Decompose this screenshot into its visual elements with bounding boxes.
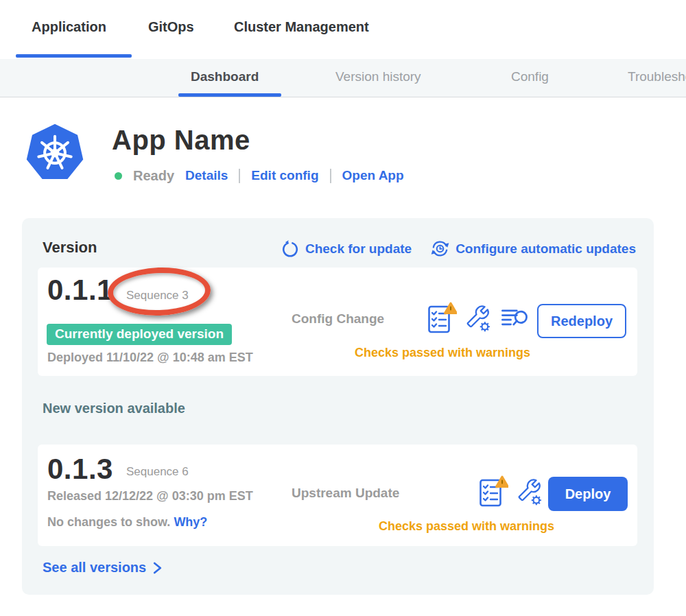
new-version-available-heading: New version available bbox=[43, 401, 185, 416]
admin-console-screen: Application GitOps Cluster Management Da… bbox=[0, 0, 686, 616]
deployed-timestamp: Deployed 11/10/22 @ 10:48 am EST bbox=[47, 351, 253, 365]
edit-config-wrench-icon[interactable] bbox=[517, 477, 543, 506]
version-panel: Version Check for update bbox=[22, 218, 654, 595]
gear-icon bbox=[532, 495, 541, 505]
version-source-label: Upstream Update bbox=[292, 486, 399, 501]
see-all-versions-link[interactable]: See all versions bbox=[43, 560, 163, 576]
currently-deployed-badge: Currently deployed version bbox=[47, 324, 232, 345]
version-heading: Version bbox=[43, 239, 97, 257]
current-version-icons bbox=[427, 302, 528, 335]
chevron-right-icon bbox=[152, 561, 163, 575]
version-actions: Check for update Configure automatic upd… bbox=[281, 239, 636, 258]
details-link[interactable]: Details bbox=[185, 168, 228, 183]
available-version-number: 0.1.3 bbox=[47, 454, 113, 484]
see-all-versions-label: See all versions bbox=[43, 560, 146, 576]
tab-config[interactable]: Config bbox=[511, 69, 549, 84]
preflight-checks-icon[interactable] bbox=[427, 302, 457, 335]
why-link[interactable]: Why? bbox=[174, 515, 207, 529]
check-for-update-label: Check for update bbox=[305, 241, 412, 257]
available-version-icons bbox=[478, 475, 543, 508]
edit-config-wrench-icon[interactable] bbox=[466, 304, 492, 333]
current-version-sequence: Sequence 3 bbox=[126, 289, 189, 303]
active-tab-underline bbox=[16, 54, 132, 58]
divider bbox=[239, 169, 240, 183]
current-version-card: 0.1.1 Sequence 3 Currently deployed vers… bbox=[38, 268, 637, 376]
kubernetes-logo-icon bbox=[24, 122, 86, 184]
active-subtab-underline bbox=[178, 93, 281, 97]
tab-application[interactable]: Application bbox=[32, 19, 106, 35]
edit-config-link[interactable]: Edit config bbox=[251, 168, 318, 183]
status-text: Ready bbox=[133, 168, 174, 184]
available-version-card: 0.1.3 Sequence 6 Released 12/12/22 @ 03:… bbox=[38, 445, 637, 546]
open-app-link[interactable]: Open App bbox=[342, 168, 404, 183]
changes-note: No changes to show. Why? bbox=[47, 515, 207, 530]
redeploy-button[interactable]: Redeploy bbox=[537, 304, 626, 338]
view-diff-icon[interactable] bbox=[501, 307, 528, 330]
preflight-checks-icon[interactable] bbox=[478, 475, 508, 508]
version-source-label: Config Change bbox=[292, 311, 384, 327]
app-status-row: Ready Details Edit config Open App bbox=[115, 167, 404, 185]
tab-cluster-management[interactable]: Cluster Management bbox=[234, 19, 369, 35]
tab-gitops[interactable]: GitOps bbox=[148, 19, 194, 35]
check-for-update-button[interactable]: Check for update bbox=[281, 240, 412, 258]
available-version-sequence: Sequence 6 bbox=[126, 465, 189, 479]
tab-dashboard[interactable]: Dashboard bbox=[191, 69, 259, 84]
configure-automatic-updates-label: Configure automatic updates bbox=[456, 241, 636, 257]
current-version-number: 0.1.1 bbox=[47, 275, 113, 305]
tab-version-history[interactable]: Version history bbox=[335, 69, 421, 84]
refresh-icon bbox=[281, 240, 299, 258]
available-checks-status[interactable]: Checks passed with warnings bbox=[312, 519, 621, 534]
page-title: App Name bbox=[112, 124, 250, 156]
divider bbox=[330, 169, 331, 183]
tab-troubleshoot[interactable]: Troubleshoot bbox=[628, 69, 686, 84]
status-dot bbox=[115, 172, 122, 180]
no-changes-text: No changes to show. bbox=[47, 515, 170, 529]
current-checks-status[interactable]: Checks passed with warnings bbox=[292, 346, 593, 360]
primary-nav: Application GitOps Cluster Management bbox=[0, 0, 686, 59]
scheduled-sync-icon bbox=[431, 239, 449, 258]
secondary-nav: Dashboard Version history Config Trouble… bbox=[0, 59, 686, 97]
deploy-button[interactable]: Deploy bbox=[548, 477, 628, 511]
gear-icon bbox=[480, 322, 490, 331]
released-timestamp: Released 12/12/22 @ 03:30 pm EST bbox=[47, 489, 253, 504]
configure-automatic-updates-button[interactable]: Configure automatic updates bbox=[431, 239, 636, 258]
